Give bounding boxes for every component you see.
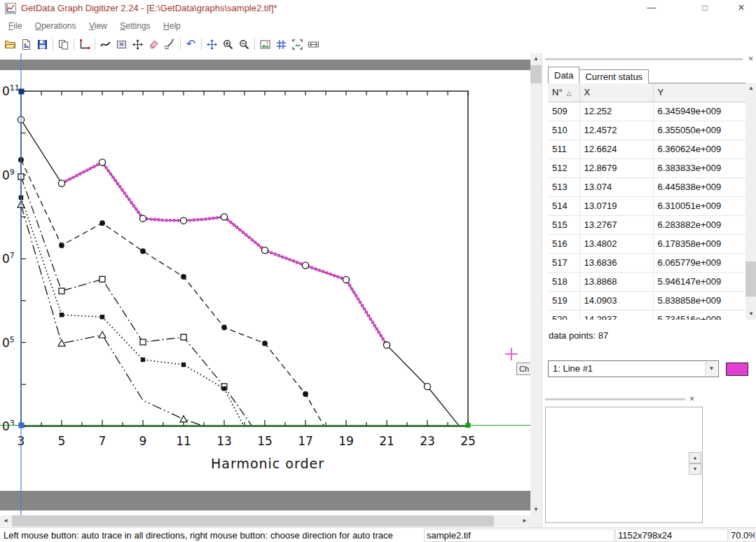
table-row[interactable]: 51513.27676.283882e+009 bbox=[548, 215, 745, 234]
row-index-cell: 513 bbox=[548, 177, 579, 196]
menu-help[interactable]: Help bbox=[158, 17, 186, 35]
table-row[interactable]: 52014.29375.734516e+009 bbox=[548, 310, 745, 320]
import-image-button[interactable] bbox=[18, 36, 34, 52]
table-row[interactable]: 51012.45726.355050e+009 bbox=[548, 121, 745, 140]
image-icon bbox=[259, 39, 271, 50]
open-button[interactable] bbox=[2, 36, 18, 52]
row-index-cell: 520 bbox=[548, 310, 579, 320]
undo-button[interactable]: ↶ bbox=[183, 36, 199, 52]
row-index-cell: 512 bbox=[548, 158, 579, 177]
open-folder-icon bbox=[4, 39, 16, 50]
svg-text:03: 03 bbox=[2, 419, 15, 433]
canvas-vertical-scrollbar[interactable]: ▲ ▼ bbox=[530, 53, 542, 515]
canvas-hscroll-thumb[interactable] bbox=[12, 515, 494, 527]
row-index-cell: 515 bbox=[548, 215, 579, 234]
table-row[interactable]: 50912.2526.345949e+009 bbox=[548, 102, 745, 121]
table-row[interactable]: 51413.07196.310051e+009 bbox=[548, 196, 745, 215]
move-image-button[interactable] bbox=[130, 36, 146, 52]
scroll-down-icon[interactable]: ▼ bbox=[745, 309, 756, 320]
digitize-area-button[interactable] bbox=[114, 36, 130, 52]
y-value-cell: 5.734516e+009 bbox=[653, 310, 745, 320]
panel-close-button[interactable]: × bbox=[745, 54, 756, 65]
canvas-horizontal-scrollbar[interactable]: ◄ ► bbox=[0, 515, 530, 527]
row-index-cell: 517 bbox=[548, 253, 579, 272]
digitizer-canvas[interactable]: 3579111315171921232501109070503Harmonic … bbox=[0, 53, 530, 515]
title-bar: GetData Graph Digitizer 2.24 - [E:\GetDa… bbox=[0, 0, 756, 17]
scroll-left-icon[interactable]: ◄ bbox=[0, 515, 11, 527]
table-row[interactable]: 51313.0746.445838e+009 bbox=[548, 177, 745, 196]
scroll-up-icon[interactable]: ▲ bbox=[689, 452, 701, 463]
fit-to-window-button[interactable] bbox=[289, 36, 305, 52]
zoom-in-button[interactable] bbox=[220, 36, 236, 52]
table-vscroll-thumb[interactable] bbox=[745, 262, 756, 297]
minimize-button[interactable]: — bbox=[640, 0, 663, 17]
scroll-up-icon[interactable]: ▲ bbox=[530, 53, 542, 65]
zoom-panel-close-button[interactable]: × bbox=[687, 394, 697, 405]
row-index-cell: 510 bbox=[548, 121, 579, 140]
scroll-up-icon[interactable]: ▲ bbox=[745, 83, 756, 94]
row-index-cell: 511 bbox=[548, 140, 579, 158]
image-file-icon bbox=[20, 39, 32, 50]
menu-view[interactable]: View bbox=[84, 17, 112, 35]
column-header-y[interactable]: Y bbox=[653, 83, 745, 102]
y-value-cell: 6.445838e+009 bbox=[653, 177, 745, 196]
tab-data[interactable]: Data bbox=[548, 67, 579, 83]
save-button[interactable] bbox=[34, 36, 50, 52]
zoom-out-button[interactable] bbox=[236, 36, 252, 52]
app-icon[interactable] bbox=[5, 3, 16, 14]
chevron-down-icon[interactable]: ▼ bbox=[705, 362, 717, 376]
panel-splitter[interactable] bbox=[545, 58, 743, 60]
menu-bar: File Operations View Settings Help bbox=[0, 17, 756, 35]
copy-button[interactable] bbox=[55, 36, 71, 52]
toolbar-separator bbox=[74, 39, 74, 50]
autotrace-tooltip: Ch bbox=[516, 363, 532, 375]
table-row[interactable]: 51212.86796.383833e+009 bbox=[548, 158, 745, 177]
panel-tabs: Data Current status bbox=[548, 67, 649, 83]
table-row[interactable]: 51914.09035.838858e+009 bbox=[548, 291, 745, 310]
scroll-down-icon[interactable]: ▼ bbox=[689, 463, 701, 475]
eraser-button[interactable] bbox=[146, 36, 162, 52]
table-row[interactable]: 51713.68366.065779e+009 bbox=[548, 253, 745, 272]
maximize-button[interactable]: □ bbox=[694, 0, 716, 17]
svg-text:13: 13 bbox=[217, 434, 232, 448]
y-value-cell: 6.383833e+009 bbox=[653, 158, 745, 177]
status-hint: Left mouse button: auto trace in all dir… bbox=[1, 529, 422, 542]
move-point-button[interactable] bbox=[162, 36, 178, 52]
line-color-swatch[interactable] bbox=[726, 363, 748, 376]
menu-operations[interactable]: Operations bbox=[30, 17, 81, 35]
x-value-cell: 13.4802 bbox=[579, 234, 653, 253]
scrollbar-corner bbox=[530, 515, 542, 527]
undo-arrow-icon: ↶ bbox=[186, 39, 195, 50]
y-value-cell: 6.345949e+009 bbox=[653, 102, 745, 121]
close-button[interactable]: × bbox=[730, 0, 752, 17]
table-row[interactable]: 51613.48026.178358e+009 bbox=[548, 234, 745, 253]
panel-splitter[interactable] bbox=[545, 398, 685, 400]
menu-settings[interactable]: Settings bbox=[115, 17, 155, 35]
column-header-n[interactable]: N°△ bbox=[548, 83, 579, 102]
canvas-vscroll-thumb[interactable] bbox=[530, 65, 542, 83]
table-row[interactable]: 51813.88685.946147e+009 bbox=[548, 272, 745, 291]
zoom-in-icon bbox=[222, 39, 234, 50]
row-index-cell: 509 bbox=[548, 102, 579, 121]
scroll-right-icon[interactable]: ► bbox=[519, 515, 530, 527]
tab-current-status[interactable]: Current status bbox=[579, 69, 649, 83]
set-axes-button[interactable] bbox=[76, 36, 92, 52]
svg-text:23: 23 bbox=[420, 434, 435, 448]
digitize-curve-button[interactable] bbox=[97, 36, 114, 52]
show-image-button[interactable] bbox=[257, 36, 273, 52]
x-value-cell: 13.074 bbox=[579, 177, 653, 196]
pan-button[interactable] bbox=[204, 36, 220, 52]
menu-file[interactable]: File bbox=[4, 17, 27, 35]
table-vertical-scrollbar[interactable]: ▲ ▼ bbox=[745, 83, 756, 320]
toolbar-separator bbox=[254, 39, 255, 50]
table-row[interactable]: 51112.66246.360624e+009 bbox=[548, 140, 745, 158]
stretch-image-button[interactable] bbox=[305, 36, 322, 52]
line-selector-combobox[interactable]: 1: Line #1 ▼ bbox=[548, 360, 719, 377]
scroll-down-icon[interactable]: ▼ bbox=[530, 504, 542, 515]
show-grid-button[interactable] bbox=[273, 36, 289, 52]
svg-text:15: 15 bbox=[257, 434, 273, 448]
y-value-cell: 6.283882e+009 bbox=[653, 215, 745, 234]
column-header-x[interactable]: X bbox=[579, 83, 653, 102]
status-image-dimensions: 1152x798x24 bbox=[615, 529, 728, 542]
copy-icon bbox=[57, 39, 69, 50]
